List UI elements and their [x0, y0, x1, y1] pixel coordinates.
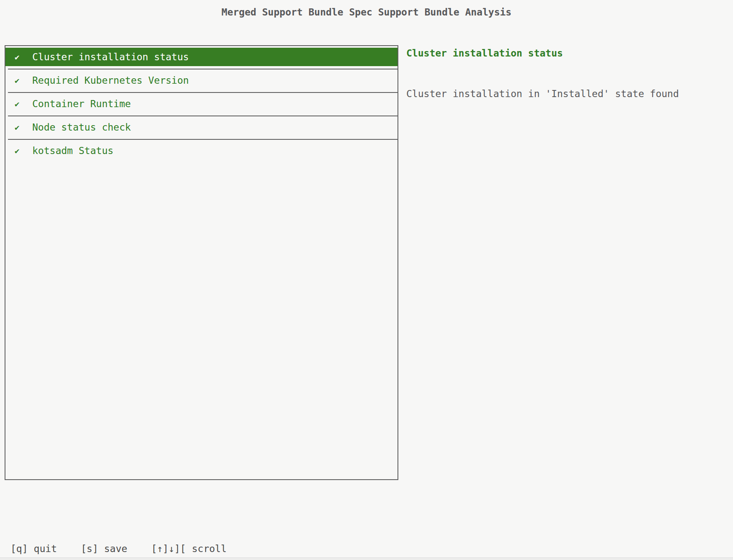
check-icon: ✔	[15, 123, 21, 132]
footer-hint-key: [s]	[81, 543, 98, 554]
list-item[interactable]: ✔ Cluster installation status	[5, 46, 397, 69]
check-icon: ✔	[15, 146, 21, 155]
check-icon: ✔	[15, 99, 21, 108]
list-item-label: Cluster installation status	[32, 51, 189, 62]
list-item[interactable]: ✔ Required Kubernetes Version	[5, 69, 397, 92]
footer-keybind-hints: [q]quit [s]save [↑]↓][scroll	[10, 543, 227, 554]
footer-hint-key: [↑]↓][	[151, 543, 186, 554]
list-item-label: kotsadm Status	[32, 145, 114, 156]
list-item-bar: ✔ Required Kubernetes Version	[5, 71, 397, 90]
footer-hint-action: quit	[34, 543, 57, 554]
footer-hint: [↑]↓][scroll	[151, 543, 227, 554]
check-icon: ✔	[15, 76, 21, 85]
list-item-bar: ✔ kotsadm Status	[5, 141, 397, 160]
footer-hint: [s]save	[81, 543, 127, 554]
analyzer-results-list: ✔ Cluster installation status ✔ Required…	[5, 45, 398, 480]
list-item-bar: ✔ Cluster installation status	[5, 48, 397, 66]
footer-hint-key: [q]	[10, 543, 28, 554]
list-item[interactable]: ✔ Node status check	[5, 116, 397, 139]
list-item[interactable]: ✔ kotsadm Status	[5, 140, 397, 162]
list-item-label: Container Runtime	[32, 98, 131, 109]
list-item-bar: ✔ Node status check	[5, 118, 397, 136]
check-icon: ✔	[15, 52, 21, 62]
detail-heading: Cluster installation status	[406, 48, 563, 59]
detail-body-text: Cluster installation in 'Installed' stat…	[406, 88, 679, 99]
list-item[interactable]: ✔ Container Runtime	[5, 93, 397, 116]
footer-hint: [q]quit	[10, 543, 57, 554]
bottom-edge-strip	[0, 557, 733, 560]
support-bundle-analysis-screen: Merged Support Bundle Spec Support Bundl…	[0, 0, 733, 560]
list-item-label: Node status check	[32, 122, 131, 133]
list-item-bar: ✔ Container Runtime	[5, 95, 397, 113]
footer-hint-action: scroll	[192, 543, 227, 554]
list-item-label: Required Kubernetes Version	[32, 75, 189, 86]
footer-hint-action: save	[104, 543, 127, 554]
page-title: Merged Support Bundle Spec Support Bundl…	[0, 7, 733, 18]
